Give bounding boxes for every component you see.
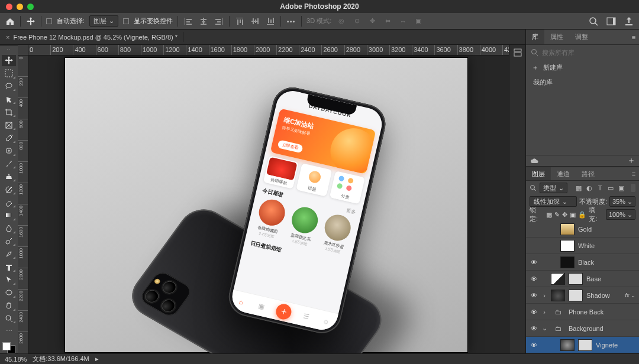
layer-mask-thumbnail[interactable] — [569, 273, 583, 285]
new-library-button[interactable]: ＋新建库 — [526, 60, 639, 76]
filter-shape-icon[interactable]: ▭ — [606, 184, 615, 192]
layer-thumbnail[interactable] — [551, 273, 565, 285]
panel-grip-icon[interactable]: ∙∙ — [7, 47, 11, 52]
dodge-tool[interactable] — [2, 236, 16, 247]
layer-name-label[interactable]: Shadow — [586, 292, 621, 299]
clone-stamp-tool[interactable] — [2, 171, 16, 182]
marquee-tool[interactable] — [2, 68, 16, 79]
orbit-3d-icon[interactable]: ◎ — [336, 16, 347, 27]
layer-expand-icon[interactable]: ⌄ — [541, 324, 547, 332]
zoom-tool[interactable] — [2, 313, 16, 324]
filter-adjust-icon[interactable]: ◐ — [585, 184, 593, 192]
layer-name-label[interactable]: White — [578, 242, 635, 249]
eyedropper-tool[interactable] — [2, 132, 16, 144]
frame-tool[interactable] — [2, 119, 16, 131]
align-top-edges-icon[interactable] — [234, 16, 245, 27]
document-canvas[interactable]: DAYDAYCOOK 维C加油站 简单又美味解暑 立即查看 热销爆款 话题 分类… — [65, 58, 467, 352]
tab-libraries[interactable]: 库 — [526, 30, 544, 44]
auto-select-checkbox[interactable] — [46, 18, 52, 24]
layer-row[interactable]: 👁⌄🗀Background — [526, 320, 639, 337]
layer-row[interactable]: 👁›🗀Phone Back — [526, 304, 639, 320]
lock-position-icon[interactable]: ✥ — [562, 211, 567, 219]
eraser-tool[interactable] — [2, 197, 16, 208]
align-right-edges-icon[interactable] — [214, 16, 224, 27]
layer-name-label[interactable]: Background — [569, 325, 635, 332]
folder-icon[interactable]: 🗀 — [551, 306, 565, 318]
pan-3d-icon[interactable]: ✥ — [367, 16, 377, 27]
layer-row[interactable]: 👁Vignete — [526, 337, 639, 353]
layer-expand-icon[interactable]: › — [541, 292, 547, 299]
add-to-library-icon[interactable]: ＋ — [627, 155, 635, 166]
panel-menu-icon[interactable]: ≡ — [628, 32, 639, 43]
canvas-area[interactable]: 0200400600800100012001400160018002000220… — [18, 45, 525, 353]
filter-search-icon[interactable] — [530, 184, 537, 191]
foreground-color-swatch[interactable] — [2, 342, 11, 350]
layer-name-label[interactable]: Black — [578, 259, 635, 266]
layer-visibility-icon[interactable]: 👁 — [530, 342, 538, 349]
auto-select-target-dropdown[interactable]: 图层⌄ — [89, 15, 118, 27]
layer-visibility-icon[interactable]: 👁 — [530, 292, 538, 299]
ruler-corner[interactable] — [18, 45, 28, 56]
layer-visibility-icon[interactable]: 👁 — [530, 308, 538, 316]
healing-brush-tool[interactable] — [2, 145, 16, 157]
gradient-tool[interactable] — [2, 210, 16, 221]
filter-type-icon[interactable]: T — [596, 184, 604, 192]
panel-menu-icon[interactable]: ≡ — [628, 168, 639, 179]
edit-toolbar-icon[interactable]: ⋯ — [2, 326, 16, 337]
library-search-input[interactable] — [542, 49, 634, 56]
foreground-background-swatch[interactable] — [2, 342, 15, 353]
home-button[interactable] — [5, 16, 15, 27]
workspace-icon[interactable] — [606, 16, 617, 27]
pen-tool[interactable] — [2, 248, 16, 259]
tab-properties[interactable]: 属性 — [544, 30, 569, 44]
layer-mask-thumbnail[interactable] — [578, 339, 592, 351]
document-tab[interactable]: × Free Phone 12 Mockup.psd @ 45.2% (Vign… — [0, 30, 183, 44]
lasso-tool[interactable] — [2, 81, 16, 92]
align-bottom-edges-icon[interactable] — [265, 16, 276, 27]
layer-thumbnail[interactable] — [551, 290, 565, 301]
layer-row[interactable]: 👁›Shadowfx ⌄ — [526, 287, 639, 304]
align-horizontal-centers-icon[interactable] — [198, 16, 209, 27]
align-vertical-centers-icon[interactable] — [250, 16, 260, 27]
brush-tool[interactable] — [2, 158, 16, 170]
library-item[interactable]: 我的库 — [526, 76, 639, 89]
history-panel-icon[interactable] — [512, 47, 523, 58]
hand-tool[interactable] — [2, 300, 16, 311]
layer-visibility-icon[interactable]: 👁 — [530, 325, 538, 332]
doc-info-readout[interactable]: 文档:33.6M/166.4M — [33, 355, 89, 363]
layer-fx-badge[interactable]: fx ⌄ — [625, 292, 635, 298]
lock-pixels-icon[interactable]: ▩ — [546, 211, 552, 219]
share-icon[interactable] — [624, 16, 634, 27]
layer-name-label[interactable]: Base — [586, 275, 635, 282]
opacity-value-input[interactable]: 35%⌄ — [609, 196, 635, 207]
status-more-icon[interactable]: ▸ — [95, 355, 99, 363]
layer-visibility-icon[interactable]: 👁 — [530, 275, 538, 282]
lock-artboard-icon[interactable]: ▣ — [570, 211, 576, 219]
ruler-horizontal[interactable]: 0200400600800100012001400160018002000220… — [28, 45, 525, 56]
slide-3d-icon[interactable]: ⇔ — [382, 16, 393, 27]
filter-toggle-icon[interactable] — [631, 184, 635, 192]
lock-paint-icon[interactable]: ✎ — [554, 211, 560, 219]
scale-3d-icon[interactable]: ↔ — [398, 16, 408, 27]
layer-filter-dropdown[interactable]: 类型⌄ — [540, 183, 567, 193]
layer-row[interactable]: Gold — [526, 221, 639, 238]
move-tool-indicator-icon[interactable] — [25, 16, 36, 27]
layer-name-label[interactable]: Gold — [578, 226, 635, 233]
history-brush-tool[interactable] — [2, 184, 16, 195]
filter-pixel-icon[interactable]: ▩ — [575, 184, 583, 192]
tab-adjustments[interactable]: 调整 — [569, 30, 594, 44]
tab-channels[interactable]: 通道 — [551, 167, 576, 180]
tab-layers[interactable]: 图层 — [526, 167, 551, 180]
search-icon[interactable] — [588, 16, 599, 27]
filter-smart-icon[interactable]: ▣ — [617, 184, 625, 192]
quick-select-tool[interactable] — [2, 93, 16, 105]
roll-3d-icon[interactable]: ⊙ — [351, 16, 362, 27]
layer-thumbnail[interactable] — [560, 240, 575, 252]
layer-mask-thumbnail[interactable] — [569, 290, 583, 301]
layer-visibility-icon[interactable]: 👁 — [530, 259, 538, 266]
fill-value-input[interactable]: 100%⌄ — [606, 209, 635, 220]
lock-all-icon[interactable]: 🔒 — [578, 211, 586, 219]
folder-icon[interactable]: 🗀 — [551, 323, 565, 334]
zoom-readout[interactable]: 45.18% — [5, 356, 27, 363]
layer-row[interactable]: White — [526, 238, 639, 254]
